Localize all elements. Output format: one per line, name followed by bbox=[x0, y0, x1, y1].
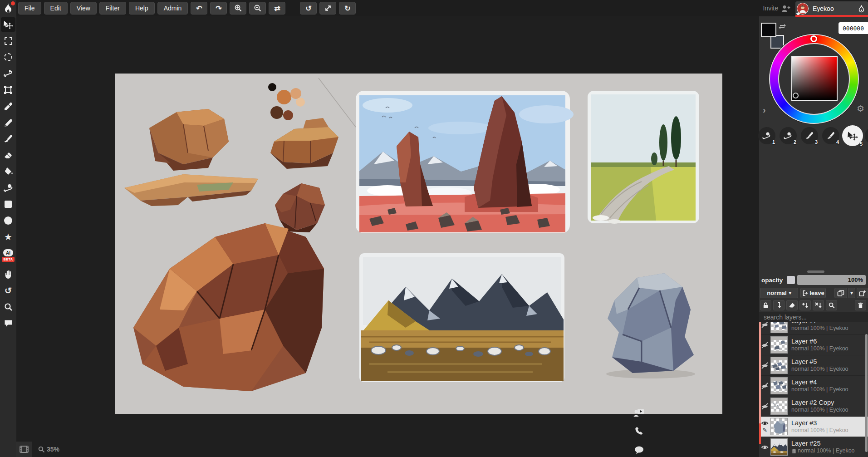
transform-icon bbox=[4, 85, 13, 94]
tool-zoom[interactable] bbox=[0, 299, 16, 315]
delete-layer-button[interactable] bbox=[855, 300, 866, 310]
layer-row-5[interactable]: Layer #5 normal 100% | Eyekoo bbox=[759, 355, 868, 376]
drawing-canvas[interactable] bbox=[115, 74, 722, 414]
tool-hand[interactable] bbox=[0, 266, 16, 282]
zoom-out-button[interactable] bbox=[249, 2, 266, 15]
tool-move[interactable] bbox=[0, 16, 16, 33]
layer-extra-button[interactable] bbox=[857, 288, 868, 298]
rotate-cw-button[interactable]: ↻ bbox=[339, 2, 356, 15]
color-settings-gear-icon[interactable]: ⚙ bbox=[857, 104, 864, 113]
right-panel: 000000 › ⚙ 1 bbox=[759, 16, 868, 457]
rotate-ccw-button[interactable]: ↺ bbox=[300, 2, 317, 15]
ai-beta-badge: BETA bbox=[2, 257, 14, 262]
opacity-toggle[interactable] bbox=[787, 276, 795, 284]
layer-meta: normal 100% | Eyekoo bbox=[798, 447, 855, 455]
merge-down-icon bbox=[776, 302, 782, 309]
layer-row-4[interactable]: Layer #4 normal 100% | Eyekoo bbox=[759, 376, 868, 396]
opacity-slider[interactable]: 100% bbox=[797, 275, 866, 285]
tool-eyedropper[interactable] bbox=[0, 98, 16, 114]
search-layer-button[interactable] bbox=[826, 300, 837, 310]
merge-down-button[interactable] bbox=[773, 300, 785, 310]
tool-eraser[interactable] bbox=[0, 147, 16, 163]
brush-slot-number: 1 bbox=[772, 139, 775, 145]
hue-selector[interactable] bbox=[810, 35, 817, 42]
layer-row-3-selected[interactable]: ✎ Layer #3 normal 100% | Eyekoo bbox=[759, 417, 868, 437]
hex-color-input[interactable]: 000000 bbox=[839, 22, 868, 34]
tool-select-ellipse[interactable] bbox=[0, 49, 16, 65]
fit-screen-button[interactable] bbox=[319, 2, 336, 15]
layer-name: Layer #6 bbox=[791, 337, 848, 345]
saturation-value-box[interactable] bbox=[791, 56, 838, 101]
tool-lasso[interactable] bbox=[0, 65, 16, 82]
invite-label[interactable]: Invite bbox=[763, 5, 778, 12]
duplicate-options-caret[interactable]: ▾ bbox=[848, 288, 855, 298]
layer-thumbnail bbox=[770, 438, 788, 456]
tool-ellipse-shape[interactable] bbox=[0, 212, 16, 229]
menu-help[interactable]: Help bbox=[129, 2, 155, 15]
menu-file[interactable]: File bbox=[18, 2, 41, 15]
tool-star-shape[interactable]: ★ bbox=[0, 229, 16, 245]
zoom-indicator[interactable]: 35% bbox=[38, 446, 59, 453]
layer-meta: normal 100% | Eyekoo bbox=[791, 407, 848, 414]
tool-fill[interactable] bbox=[0, 163, 16, 180]
primary-color-swatch[interactable] bbox=[761, 23, 776, 37]
redo-button[interactable]: ↷ bbox=[210, 2, 227, 15]
tool-pencil[interactable] bbox=[0, 114, 16, 131]
lock-icon bbox=[763, 302, 769, 309]
brush-slot-6[interactable]: 6 bbox=[865, 127, 868, 144]
timeline-button[interactable] bbox=[16, 442, 32, 457]
sv-selector[interactable] bbox=[793, 93, 799, 98]
app-logo[interactable] bbox=[0, 0, 16, 16]
brush-slot-2[interactable]: 2 bbox=[780, 127, 797, 144]
user-card[interactable]: ★ Eyekoo bbox=[795, 1, 868, 16]
tool-select-rect[interactable] bbox=[0, 33, 16, 49]
swap-colors-icon[interactable] bbox=[778, 23, 786, 32]
invite-user-icon[interactable] bbox=[781, 5, 791, 12]
layer-meta: normal 100% | Eyekoo bbox=[791, 386, 848, 393]
tool-ai[interactable]: AI BETA bbox=[0, 245, 16, 266]
clip-layer-icon bbox=[791, 449, 796, 454]
tool-transform[interactable] bbox=[0, 82, 16, 98]
undo-button[interactable]: ↶ bbox=[191, 2, 207, 15]
brush-slot-5-active[interactable]: 5 bbox=[842, 125, 863, 146]
eye-visible-icon[interactable] bbox=[761, 420, 769, 426]
brush-slot-4[interactable]: 4 bbox=[822, 127, 839, 144]
tool-rotate-canvas[interactable]: ↺ bbox=[0, 282, 16, 299]
collapse-panel-chevron[interactable]: › bbox=[763, 105, 766, 114]
tool-rect-shape[interactable] bbox=[0, 196, 16, 212]
leave-layer-button[interactable]: leave bbox=[800, 288, 826, 298]
layer-row-2-copy[interactable]: Layer #2 Copy normal 100% | Eyekoo bbox=[759, 396, 868, 417]
chat-button[interactable] bbox=[633, 446, 644, 454]
layer-row-25[interactable]: Layer #25 normal 100% | Eyekoo bbox=[759, 437, 868, 457]
add-layer-button[interactable] bbox=[799, 300, 811, 310]
zoom-in-button[interactable] bbox=[230, 2, 246, 15]
brush-icon bbox=[4, 134, 13, 143]
brush-slot-number: 2 bbox=[794, 139, 796, 145]
layer-list-scrollbar[interactable] bbox=[865, 334, 868, 452]
brush-slot-1[interactable]: 1 bbox=[758, 127, 775, 144]
tool-comment[interactable] bbox=[0, 315, 16, 331]
tool-brush[interactable] bbox=[0, 131, 16, 147]
brush-slot-3[interactable]: 3 bbox=[801, 127, 818, 144]
menu-admin[interactable]: Admin bbox=[157, 2, 188, 15]
blend-mode-dropdown[interactable]: normal ▾ bbox=[760, 288, 798, 298]
screenshare-button[interactable] bbox=[633, 408, 644, 417]
panel-resize-handle[interactable] bbox=[807, 270, 824, 273]
menu-filter[interactable]: Filter bbox=[99, 2, 126, 15]
merge-delete-button[interactable] bbox=[813, 300, 824, 310]
layer-row-7[interactable]: Layer #7 normal 100% | Eyekoo bbox=[759, 322, 868, 335]
tool-lasso-fill[interactable] bbox=[0, 180, 16, 196]
voice-call-button[interactable] bbox=[633, 427, 644, 436]
duplicate-layer-button[interactable] bbox=[834, 288, 847, 298]
menu-view[interactable]: View bbox=[70, 2, 97, 15]
move-icon bbox=[847, 131, 858, 141]
menu-edit[interactable]: Edit bbox=[44, 2, 68, 15]
swap-view-button[interactable]: ⇄ bbox=[269, 2, 285, 15]
lock-layer-button[interactable] bbox=[760, 300, 771, 310]
layer-row-6[interactable]: Layer #6 normal 100% | Eyekoo bbox=[759, 335, 868, 355]
search-layers-input[interactable] bbox=[759, 312, 868, 322]
hand-icon bbox=[4, 270, 12, 279]
eye-visible-icon[interactable] bbox=[761, 444, 769, 450]
workspace[interactable]: 35% bbox=[16, 16, 759, 457]
clear-layer-button[interactable] bbox=[786, 300, 798, 310]
